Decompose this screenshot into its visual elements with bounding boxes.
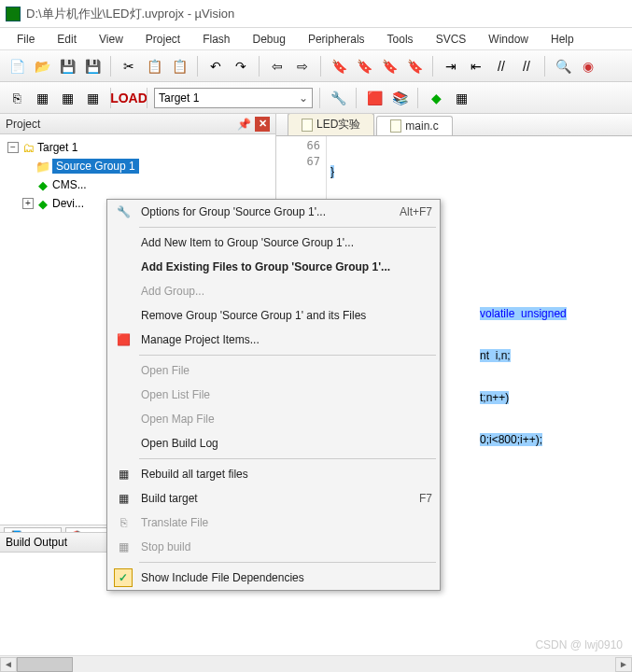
batch-build-icon[interactable]: ▦	[81, 87, 104, 109]
new-file-icon[interactable]: 📄	[6, 55, 28, 77]
bookmark-icon[interactable]: 🔖	[328, 55, 350, 77]
close-icon[interactable]: ✕	[255, 117, 270, 132]
ctx-remove-group[interactable]: Remove Group 'Source Group 1' and its Fi…	[107, 303, 440, 328]
bookmark-clear-icon[interactable]: 🔖	[403, 55, 426, 77]
ctx-open-log[interactable]: Open Build Log	[107, 431, 440, 455]
diamond-icon: ◆	[35, 196, 50, 211]
menu-svcs[interactable]: SVCS	[427, 31, 476, 48]
target-select[interactable]: Target 1 ⌄	[154, 88, 313, 108]
ctx-open-map: Open Map File	[107, 407, 440, 431]
scroll-right-icon[interactable]: ►	[615, 657, 632, 672]
cut-icon[interactable]: ✂	[118, 55, 140, 77]
horizontal-scrollbar[interactable]: ◄ ►	[0, 655, 632, 672]
menu-debug[interactable]: Debug	[244, 31, 295, 48]
separator	[319, 88, 320, 108]
blank-icon	[111, 279, 135, 303]
menu-edit[interactable]: Edit	[48, 31, 86, 48]
stop-icon: ▦	[111, 535, 135, 559]
manage-items-icon: 🟥	[111, 328, 135, 352]
tree-device-label: Devi...	[52, 197, 84, 210]
uncomment-icon[interactable]: //	[515, 55, 538, 77]
copy-icon[interactable]: 📋	[143, 55, 165, 77]
books-icon[interactable]: 📚	[388, 87, 411, 109]
menu-view[interactable]: View	[90, 31, 133, 48]
menu-window[interactable]: Window	[479, 31, 538, 48]
download-icon[interactable]: LOAD	[118, 87, 140, 109]
menu-separator	[139, 458, 436, 459]
ctx-rebuild-label: Rebuild all target files	[141, 468, 432, 481]
menu-project[interactable]: Project	[136, 31, 190, 48]
collapse-icon[interactable]: −	[7, 142, 19, 153]
pack-icon[interactable]: ◆	[425, 87, 447, 109]
undo-icon[interactable]: ↶	[204, 55, 227, 77]
tree-cmsis[interactable]: ◆ CMS...	[2, 175, 274, 194]
separator	[147, 88, 147, 108]
file-tab-led-label: LED实验	[316, 117, 360, 133]
open-icon[interactable]: 📂	[31, 55, 53, 77]
tree-source-group-label: Source Group 1	[52, 159, 139, 174]
tree-cmsis-label: CMS...	[52, 178, 87, 191]
find-icon[interactable]: 🔍	[552, 55, 574, 77]
redo-icon[interactable]: ↷	[230, 55, 252, 77]
comment-icon[interactable]: //	[490, 55, 513, 77]
menu-peripherals[interactable]: Peripherals	[299, 31, 374, 48]
bookmark-prev-icon[interactable]: 🔖	[353, 55, 375, 77]
ctx-manage[interactable]: 🟥 Manage Project Items...	[107, 328, 440, 352]
rte-icon[interactable]: ▦	[450, 87, 472, 109]
paste-icon[interactable]: 📋	[168, 55, 190, 77]
rebuild-icon[interactable]: ▦	[56, 87, 78, 109]
blank-icon	[111, 303, 135, 328]
ctx-show-deps[interactable]: ✓ Show Include File Dependencies	[107, 566, 440, 590]
indent-icon[interactable]: ⇥	[440, 55, 462, 77]
menu-tools[interactable]: Tools	[378, 31, 423, 48]
ctx-build-shortcut: F7	[419, 492, 432, 505]
blank-icon	[111, 431, 135, 455]
translate-icon[interactable]: ⎘	[6, 87, 28, 109]
ctx-add-new[interactable]: Add New Item to Group 'Source Group 1'..…	[107, 231, 440, 255]
menu-file[interactable]: File	[7, 31, 44, 48]
diamond-icon: ◆	[35, 177, 50, 192]
manage-icon[interactable]: 🟥	[363, 87, 386, 109]
scroll-left-icon[interactable]: ◄	[0, 657, 17, 672]
blank-icon	[111, 358, 135, 383]
separator	[356, 88, 357, 108]
ctx-build[interactable]: ▦ Build target F7	[107, 486, 440, 511]
save-icon[interactable]: 💾	[56, 55, 78, 77]
build-icon[interactable]: ▦	[31, 87, 53, 109]
file-tab-main[interactable]: main.c	[376, 116, 452, 135]
folder-icon: 🗂	[21, 140, 35, 155]
build-output-title: Build Output	[6, 536, 67, 549]
chevron-down-icon: ⌄	[299, 91, 308, 105]
toolbar-main: 📄 📂 💾 💾 ✂ 📋 📋 ↶ ↷ ⇦ ⇨ 🔖 🔖 🔖 🔖 ⇥ ⇤ // // …	[0, 50, 632, 82]
bookmark-next-icon[interactable]: 🔖	[378, 55, 400, 77]
target-select-value: Target 1	[159, 91, 199, 105]
titlebar: D:\单片机作业\LED灯.uvprojx - µVision	[0, 0, 632, 28]
ctx-add-existing[interactable]: Add Existing Files to Group 'Source Grou…	[107, 255, 440, 279]
menu-separator	[139, 227, 436, 228]
file-tab-led[interactable]: LED实验	[288, 114, 374, 135]
outdent-icon[interactable]: ⇤	[465, 55, 487, 77]
file-tabs: LED实验 main.c	[276, 114, 632, 136]
toolbar-build: ⎘ ▦ ▦ ▦ LOAD Target 1 ⌄ 🔧 🟥 📚 ◆ ▦	[0, 82, 632, 114]
tree-root[interactable]: − 🗂 Target 1	[2, 138, 274, 157]
options-icon[interactable]: 🔧	[327, 87, 349, 109]
menu-help[interactable]: Help	[541, 31, 583, 48]
blank-icon	[111, 407, 135, 431]
scroll-track[interactable]	[17, 657, 615, 672]
ctx-remove-label: Remove Group 'Source Group 1' and its Fi…	[141, 309, 432, 322]
ctx-open-list-label: Open List File	[141, 388, 432, 401]
expand-icon[interactable]: +	[22, 198, 34, 209]
ctx-rebuild[interactable]: ▦ Rebuild all target files	[107, 462, 440, 486]
ctx-options[interactable]: 🔧 Options for Group 'Source Group 1'... …	[107, 200, 440, 224]
pin-icon[interactable]: 📌	[237, 118, 251, 131]
ctx-show-deps-label: Show Include File Dependencies	[141, 571, 432, 584]
scroll-thumb[interactable]	[17, 657, 73, 672]
tree-source-group[interactable]: 📁 Source Group 1	[2, 157, 274, 175]
save-all-icon[interactable]: 💾	[81, 55, 104, 77]
debug-icon[interactable]: ◉	[577, 55, 599, 77]
nav-back-icon[interactable]: ⇦	[266, 55, 288, 77]
tree-root-label: Target 1	[37, 141, 77, 154]
ctx-open-map-label: Open Map File	[141, 413, 432, 426]
menu-flash[interactable]: Flash	[193, 31, 239, 48]
nav-fwd-icon[interactable]: ⇨	[291, 55, 314, 77]
